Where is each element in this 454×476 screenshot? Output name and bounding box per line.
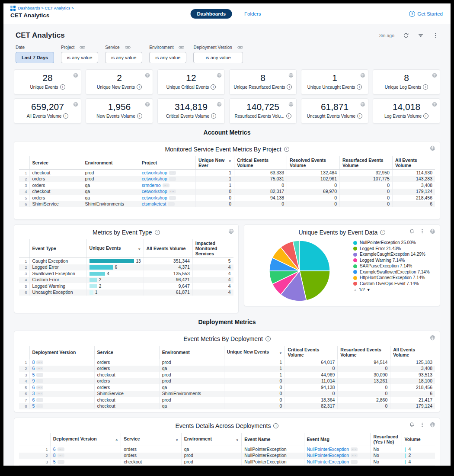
info-icon[interactable]: i (211, 84, 216, 90)
legend-item-saxparseexception[interactable]: SAXParseException 7.14% (353, 264, 435, 269)
refresh-icon[interactable] (403, 32, 409, 39)
globe-icon[interactable] (145, 72, 150, 77)
filter-icon[interactable] (418, 32, 424, 39)
sort-down-icon[interactable]: ∨ (138, 246, 141, 251)
legend-item-logged-warning[interactable]: Logged Warning 7.14% (353, 258, 435, 264)
tab-dashboards[interactable]: Dashboards (191, 9, 232, 19)
filter-deployment-version-button[interactable]: is any value (193, 52, 243, 63)
pie-slice-nullpointerexception[interactable] (300, 241, 330, 271)
get-started-link[interactable]: Get Started (417, 11, 443, 16)
more-pill[interactable]: ··· (36, 392, 43, 396)
link-5[interactable]: 5 (53, 459, 56, 464)
info-icon[interactable]: i (137, 113, 142, 119)
link-9[interactable]: 9 (32, 378, 35, 383)
page-up-icon[interactable]: ▲ (353, 288, 357, 292)
more-pill[interactable]: ··· (58, 460, 64, 464)
bell-icon[interactable] (409, 228, 415, 234)
column-header-deployment-version[interactable]: ∧Deployment Version (50, 433, 121, 446)
filter-date-button[interactable]: Last 7 Days (16, 52, 54, 63)
info-icon[interactable]: i (423, 84, 428, 90)
column-header-service[interactable]: ∨Service (121, 433, 181, 446)
link-3[interactable]: 3 (32, 391, 35, 396)
link-8[interactable]: 8 (32, 360, 35, 365)
info-icon[interactable]: i (286, 113, 291, 119)
link-nullpointerexception[interactable]: NullPointerException (307, 465, 349, 466)
more-pill[interactable]: ··· (351, 460, 358, 464)
legend-item-examplecaughtexception[interactable]: ExampleCaughtException 14.29% (353, 252, 435, 257)
kebab-menu-icon[interactable] (419, 421, 425, 427)
link-cetworkshop[interactable]: cetworkshop (142, 195, 167, 200)
column-header-unique-events[interactable]: ∨Unique Events (86, 239, 144, 258)
bell-icon[interactable] (409, 421, 415, 427)
more-pill[interactable]: ··· (36, 360, 43, 364)
more-pill[interactable]: ··· (168, 202, 175, 206)
info-icon[interactable]: i (287, 84, 292, 90)
sort-up-icon[interactable]: ∧ (115, 437, 118, 442)
more-pill[interactable]: ··· (58, 453, 64, 457)
globe-icon[interactable] (145, 101, 150, 106)
sort-down-icon[interactable]: ∨ (176, 437, 179, 442)
link-nullpointerexception[interactable]: NullPointerException (307, 453, 349, 458)
legend-item-logged-error[interactable]: Logged Error 21.43% (353, 246, 435, 252)
filter-service-button[interactable]: is any value (105, 52, 142, 63)
link-5[interactable]: 5 (32, 403, 35, 408)
globe-icon[interactable] (430, 228, 435, 234)
globe-icon[interactable] (360, 101, 365, 106)
apps-grid-icon[interactable] (10, 6, 16, 11)
more-pill[interactable]: ··· (36, 379, 43, 383)
globe-icon[interactable] (288, 72, 294, 77)
globe-icon[interactable] (228, 228, 234, 234)
more-pill[interactable]: ··· (163, 183, 169, 187)
info-icon[interactable]: i (211, 113, 216, 119)
more-pill[interactable]: ··· (351, 447, 358, 451)
more-pill[interactable]: ··· (58, 447, 64, 451)
filter-environment-button[interactable]: is any value (149, 52, 186, 63)
more-pill[interactable]: ··· (169, 196, 176, 200)
page-down-icon[interactable]: ▼ (367, 288, 371, 292)
link-6[interactable]: 6 (32, 397, 35, 402)
more-pill[interactable]: ··· (169, 177, 176, 181)
link-srmdemo[interactable]: srmdemo (142, 183, 161, 188)
more-pill[interactable]: ··· (169, 171, 176, 175)
sort-down-icon[interactable]: ∨ (228, 158, 231, 164)
column-header-unique-new-events[interactable]: ∨Unique New Events (224, 346, 285, 359)
link-cetworkshop[interactable]: cetworkshop (142, 189, 167, 194)
globe-icon[interactable] (432, 101, 437, 106)
info-icon[interactable]: i (273, 423, 278, 428)
link-6[interactable]: 6 (53, 465, 56, 466)
globe-icon[interactable] (432, 72, 437, 77)
info-icon[interactable]: i (284, 147, 289, 152)
kebab-menu-icon[interactable] (432, 32, 438, 39)
column-header-environment[interactable]: ∨Environment (181, 433, 241, 446)
column-header-unique-new-ever[interactable]: ∨Unique New Ever (196, 156, 234, 170)
filter-project-button[interactable]: is any value (61, 52, 98, 63)
more-pill[interactable]: ··· (169, 190, 176, 193)
legend-item-exampleswallowedexception[interactable]: ExampleSwallowedException 7.14% (353, 270, 435, 275)
link-5[interactable]: 5 (32, 372, 35, 377)
more-pill[interactable]: ··· (36, 386, 43, 389)
globe-icon[interactable] (217, 72, 222, 77)
more-pill[interactable]: ··· (36, 404, 43, 408)
link-nullpointerexception[interactable]: NullPointerException (307, 447, 349, 452)
breadcrumb[interactable]: Dashboards > CET Analytics > (18, 6, 74, 10)
info-icon[interactable]: i (60, 84, 65, 90)
sort-down-icon[interactable]: ∨ (279, 350, 282, 355)
info-icon[interactable]: i (155, 230, 160, 235)
link-8[interactable]: 8 (53, 453, 56, 458)
info-icon[interactable]: i (357, 84, 362, 90)
more-pill[interactable]: ··· (36, 367, 43, 370)
globe-icon[interactable] (73, 101, 78, 106)
globe-icon[interactable] (73, 72, 78, 77)
link-6[interactable]: 6 (53, 447, 56, 452)
legend-item-custom-overops-event[interactable]: Custom OverOps Event 7.14% (353, 281, 435, 287)
globe-icon[interactable] (217, 101, 222, 106)
globe-icon[interactable] (430, 421, 435, 427)
more-pill[interactable]: ··· (36, 373, 43, 377)
more-pill[interactable]: ··· (36, 398, 43, 402)
tab-folders[interactable]: Folders (242, 11, 263, 17)
info-icon[interactable]: i (423, 113, 428, 119)
legend-item-httphostconnectexception[interactable]: HttpHostConnectException 7.14% (353, 275, 435, 281)
info-icon[interactable]: i (137, 84, 142, 90)
link-nullpointerexception[interactable]: NullPointerException (307, 459, 349, 464)
globe-icon[interactable] (288, 101, 294, 106)
